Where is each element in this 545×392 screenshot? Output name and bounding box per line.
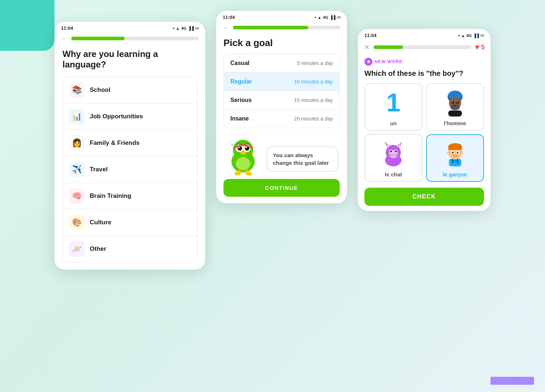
reason-item-culture[interactable]: 🎨 Culture <box>63 209 197 236</box>
answer-visual-legarcon <box>440 139 469 168</box>
reason-item-school[interactable]: 📚 School <box>63 77 197 103</box>
phone2-content: Pick a goal Casual 5 minutes a day Regul… <box>216 34 347 203</box>
back-button-2[interactable]: ← <box>223 24 229 31</box>
signal-bars-2: 4G <box>323 15 328 20</box>
reason-label-culture: Culture <box>90 219 112 226</box>
reason-item-brain[interactable]: 🧠 Brain Training <box>63 183 197 209</box>
hearts-area: ♥ 5 <box>475 42 485 52</box>
status-time-2: 11:04 <box>223 15 235 20</box>
goal-time-serious: 15 minutes a day <box>294 97 333 103</box>
answer-visual-lechat <box>379 139 408 168</box>
answer-label-lhomme: l'homme <box>444 120 466 126</box>
hearts-count: 5 <box>481 44 485 51</box>
goal-time-regular: 10 minutes a day <box>294 79 333 85</box>
reason-item-other[interactable]: 🪐 Other <box>63 236 197 262</box>
phone-2: 11:04 ▲ 4G ▐▐ ▭ ← Pick a goal Casual 5 m… <box>216 11 347 203</box>
svg-point-36 <box>395 150 397 152</box>
answer-card-lhomme[interactable]: l'homme <box>426 83 484 131</box>
status-icons-2: ▲ 4G ▐▐ ▭ <box>315 15 340 20</box>
goal-item-serious[interactable]: Serious 15 minutes a day <box>224 91 339 110</box>
speech-text: You can always change this goal later <box>273 152 329 166</box>
progress-track-3 <box>374 45 471 49</box>
progress-track-1 <box>71 37 199 40</box>
reason-icon-travel: ✈️ <box>69 162 85 177</box>
goal-item-insane[interactable]: Insane 20 minutes a day <box>224 110 339 128</box>
status-time-1: 11:04 <box>61 25 73 31</box>
check-button[interactable]: CHECK <box>364 188 484 206</box>
signal-bars-1: 4G <box>181 26 187 30</box>
svg-point-60 <box>449 153 452 156</box>
cat-svg <box>380 140 407 168</box>
svg-point-58 <box>457 151 457 152</box>
goal-name-insane: Insane <box>230 115 249 122</box>
svg-point-21 <box>452 101 453 102</box>
progress-row-3: ✕ ♥ 5 <box>358 40 490 56</box>
progress-track-2 <box>233 26 340 29</box>
reason-item-family[interactable]: 👩 Family & Friends <box>63 130 197 156</box>
answer-visual-un: 1 <box>379 88 408 117</box>
progress-fill-2 <box>233 26 308 29</box>
signal-strength-1: ▐▐ <box>188 26 194 30</box>
reason-label-travel: Travel <box>90 166 108 173</box>
answer-grid: 1 un <box>364 83 484 182</box>
status-bar-2: 11:04 ▲ 4G ▐▐ ▭ <box>216 11 347 22</box>
svg-point-51 <box>447 151 450 154</box>
reason-label-school: School <box>90 86 110 94</box>
svg-point-38 <box>395 151 396 151</box>
svg-point-57 <box>452 151 453 152</box>
close-button-3[interactable]: ✕ <box>364 43 370 52</box>
reason-icon-brain: 🧠 <box>69 188 85 204</box>
new-word-badge: ★ NEW WORD <box>364 58 484 66</box>
status-bar-1: 11:04 ▲ 4G ▐▐ ▭ <box>54 22 205 33</box>
svg-rect-25 <box>448 110 462 117</box>
svg-rect-46 <box>452 159 453 163</box>
goal-item-casual[interactable]: Casual 5 minutes a day <box>224 54 339 73</box>
battery-icon-2: ▭ <box>337 15 340 20</box>
svg-point-37 <box>390 151 391 151</box>
reason-label-brain: Brain Training <box>90 192 131 200</box>
svg-point-61 <box>458 153 461 156</box>
wifi-icon-2: ▲ <box>318 15 322 20</box>
svg-point-59 <box>454 153 456 155</box>
man-turban-svg <box>441 89 469 117</box>
reason-icon-other: 🪐 <box>69 241 85 257</box>
reason-list: 📚 School 📊 Job Opportunities 👩 Family & … <box>62 77 197 262</box>
reason-icon-culture: 🎨 <box>69 215 85 230</box>
answer-card-lechat[interactable]: le chat <box>364 134 423 182</box>
question-text: Which of these is "the boy"? <box>364 69 484 78</box>
duo-section: You can always change this goal later <box>223 135 340 172</box>
progress-row-1: ← <box>54 33 205 45</box>
back-button-1[interactable]: ← <box>61 35 68 42</box>
svg-point-35 <box>390 150 392 152</box>
svg-point-9 <box>240 151 246 155</box>
signal-dot-3 <box>458 35 460 36</box>
svg-rect-47 <box>457 159 459 163</box>
signal-strength-2: ▐▐ <box>330 15 335 20</box>
boy-svg <box>441 140 469 168</box>
svg-point-22 <box>456 101 457 102</box>
svg-point-8 <box>246 147 247 148</box>
svg-point-14 <box>231 144 233 146</box>
goal-list: Casual 5 minutes a day Regular 10 minute… <box>223 54 340 128</box>
wifi-icon-1: ▲ <box>176 26 180 30</box>
svg-point-52 <box>460 151 463 154</box>
reason-item-travel[interactable]: ✈️ Travel <box>63 156 197 183</box>
answer-card-legarcon[interactable]: le garçon <box>426 134 484 182</box>
reason-item-job[interactable]: 📊 Job Opportunities <box>63 103 197 130</box>
reason-label-job: Job Opportunities <box>90 113 143 120</box>
phones-container: 11:04 ▲ 4G ▐▐ ▭ ← Why are you learning a… <box>15 11 530 381</box>
phone-3: 11:04 ▲ 4G ▐▐ ▭ ✕ ♥ 5 ★ <box>358 29 490 211</box>
number-one-icon: 1 <box>386 90 400 115</box>
battery-icon-3: ▭ <box>480 33 484 38</box>
svg-point-23 <box>454 103 456 105</box>
continue-button[interactable]: CONTINUE <box>223 179 340 197</box>
goal-name-casual: Casual <box>230 60 249 66</box>
answer-card-un[interactable]: 1 un <box>364 83 423 131</box>
battery-icon-1: ▭ <box>195 26 199 30</box>
reason-label-other: Other <box>90 245 106 253</box>
phone1-headline: Why are you learning a language? <box>62 49 197 70</box>
goal-item-regular[interactable]: Regular 10 minutes a day <box>224 73 339 91</box>
wifi-icon-3: ▲ <box>461 33 465 38</box>
reason-icon-school: 📚 <box>69 82 85 98</box>
status-bar-3: 11:04 ▲ 4G ▐▐ ▭ <box>358 29 490 40</box>
